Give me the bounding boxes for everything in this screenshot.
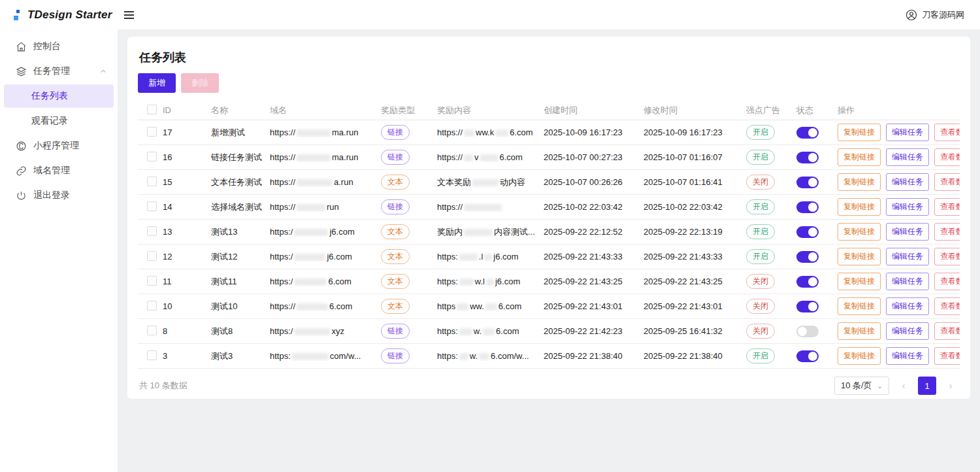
row-checkbox[interactable] — [147, 226, 157, 236]
reward-type-tag: 文本 — [381, 249, 410, 264]
cell-created-time: 2025-10-07 00:27:23 — [544, 152, 644, 162]
status-toggle[interactable] — [796, 177, 819, 188]
status-toggle[interactable] — [796, 276, 819, 288]
sidebar-item-logout[interactable]: 退出登录 — [4, 184, 114, 207]
cell-name: 文本任务测试 — [211, 177, 270, 188]
view-data-button[interactable]: 查看数据 — [934, 297, 960, 315]
edit-task-button[interactable]: 编辑任务 — [886, 322, 929, 340]
col-header-status: 状态 — [796, 105, 838, 116]
redacted-blur — [297, 129, 331, 137]
view-data-button[interactable]: 查看数据 — [934, 322, 960, 340]
status-toggle[interactable] — [796, 127, 819, 139]
edit-task-button[interactable]: 编辑任务 — [886, 297, 929, 315]
view-data-button[interactable]: 查看数据 — [934, 273, 960, 290]
ad-status-tag: 开启 — [746, 348, 775, 363]
table-row: 11 测试11 https:/6.com 文本 https:w.lj6.com … — [138, 269, 960, 294]
row-checkbox[interactable] — [147, 127, 157, 137]
redacted-blur — [294, 254, 325, 261]
copy-link-button[interactable]: 复制链接 — [838, 148, 881, 166]
edit-task-button[interactable]: 编辑任务 — [886, 173, 929, 191]
edit-task-button[interactable]: 编辑任务 — [886, 347, 929, 365]
reward-type-tag: 链接 — [381, 324, 410, 339]
row-checkbox[interactable] — [147, 251, 157, 261]
edit-task-button[interactable]: 编辑任务 — [886, 148, 929, 166]
cell-modified-time: 2025-09-25 16:41:32 — [644, 326, 746, 336]
edit-task-button[interactable]: 编辑任务 — [886, 198, 929, 216]
copy-link-button[interactable]: 复制链接 — [838, 198, 881, 216]
status-toggle[interactable] — [796, 226, 819, 238]
copy-link-button[interactable]: 复制链接 — [838, 297, 881, 315]
sidebar-item-watch-records[interactable]: 观看记录 — [4, 109, 114, 133]
view-data-button[interactable]: 查看数据 — [934, 148, 960, 166]
view-data-button[interactable]: 查看数据 — [934, 223, 960, 241]
view-data-button[interactable]: 查看数据 — [934, 173, 960, 191]
copy-link-button[interactable]: 复制链接 — [838, 124, 881, 141]
prev-page-button[interactable]: ‹ — [896, 380, 911, 391]
row-checkbox[interactable] — [147, 301, 157, 311]
status-toggle[interactable] — [796, 326, 819, 337]
reward-type-tag: 链接 — [381, 125, 410, 140]
status-toggle[interactable] — [796, 301, 819, 312]
row-checkbox[interactable] — [147, 350, 157, 360]
cell-modified-time: 2025-09-22 21:38:40 — [644, 351, 746, 361]
copy-link-button[interactable]: 复制链接 — [838, 248, 881, 265]
edit-task-button[interactable]: 编辑任务 — [886, 248, 929, 265]
col-header-domain: 域名 — [270, 105, 381, 116]
chevron-down-icon: ⌄ — [877, 382, 883, 390]
cell-actions: 复制链接编辑任务查看数据 — [838, 248, 960, 265]
cell-domain: https://6.com — [270, 301, 381, 311]
redacted-blur — [472, 179, 498, 186]
cell-actions: 复制链接编辑任务查看数据 — [838, 273, 960, 290]
view-data-button[interactable]: 查看数据 — [934, 347, 960, 365]
view-data-button[interactable]: 查看数据 — [934, 124, 960, 141]
ad-status-tag: 关闭 — [746, 175, 775, 190]
sidebar-item-dashboard[interactable]: 控制台 — [4, 35, 114, 58]
sidebar-item-domain-management[interactable]: 域名管理 — [4, 159, 114, 182]
cell-created-time: 2025-09-22 22:12:52 — [544, 227, 644, 237]
edit-task-button[interactable]: 编辑任务 — [886, 273, 929, 290]
app-logo[interactable]: TDesign Starter — [12, 7, 112, 23]
copy-link-button[interactable]: 复制链接 — [838, 173, 881, 191]
reward-type-tag: 链接 — [381, 199, 410, 214]
status-toggle[interactable] — [796, 251, 819, 263]
row-checkbox[interactable] — [147, 177, 157, 186]
view-data-button[interactable]: 查看数据 — [934, 248, 960, 265]
copy-link-button[interactable]: 复制链接 — [838, 223, 881, 241]
page-size-select[interactable]: 10 条/页 ⌄ — [834, 377, 889, 395]
status-toggle[interactable] — [796, 201, 819, 213]
col-header-actions: 操作 — [838, 105, 960, 116]
row-checkbox[interactable] — [147, 276, 157, 286]
copy-link-button[interactable]: 复制链接 — [838, 322, 881, 340]
cell-domain: https://ma.run — [270, 127, 381, 137]
status-toggle[interactable] — [796, 350, 819, 362]
select-all-checkbox[interactable] — [147, 105, 157, 114]
menu-collapse-icon[interactable] — [122, 8, 137, 22]
edit-task-button[interactable]: 编辑任务 — [886, 124, 929, 141]
status-toggle[interactable] — [796, 152, 819, 163]
next-page-button[interactable]: › — [943, 380, 958, 391]
redacted-blur — [294, 328, 330, 335]
cell-created-time: 2025-09-22 21:38:40 — [544, 351, 644, 361]
row-checkbox[interactable] — [147, 201, 157, 211]
cell-domain: https://a.run — [270, 177, 381, 187]
table-row: 15 文本任务测试 https://a.run 文本 文本奖励动内容 2025-… — [138, 170, 960, 195]
delete-button[interactable]: 删除 — [181, 73, 219, 93]
sidebar-item-miniprogram[interactable]: 小程序管理 — [4, 134, 114, 158]
user-menu[interactable]: 刀客源码网 — [906, 9, 964, 21]
redacted-blur — [459, 278, 474, 286]
app-icon — [16, 141, 27, 152]
cell-domain: https:com/w... — [270, 351, 381, 361]
sidebar-item-task-management[interactable]: 任务管理 — [4, 59, 114, 83]
row-checkbox[interactable] — [147, 152, 157, 161]
copy-link-button[interactable]: 复制链接 — [838, 347, 881, 365]
current-page-button[interactable]: 1 — [918, 377, 936, 395]
add-button[interactable]: 新增 — [138, 73, 176, 93]
cell-created-time: 2025-10-09 16:17:23 — [544, 127, 644, 137]
sidebar-item-task-list[interactable]: 任务列表 — [4, 84, 114, 108]
copy-link-button[interactable]: 复制链接 — [838, 273, 881, 290]
table-row: 14 选择域名测试 https://run 链接 https:// 2025-1… — [138, 195, 960, 220]
view-data-button[interactable]: 查看数据 — [934, 198, 960, 216]
row-checkbox[interactable] — [147, 326, 157, 335]
cell-reward-content: https:w.lj6.com — [437, 277, 544, 286]
edit-task-button[interactable]: 编辑任务 — [886, 223, 929, 241]
